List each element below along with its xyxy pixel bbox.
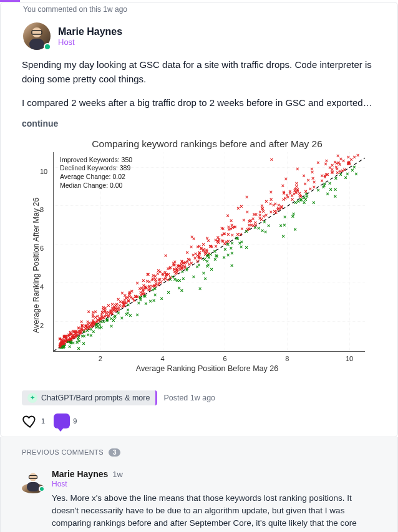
x-tick: 10: [346, 355, 353, 362]
presence-indicator: [39, 486, 45, 492]
you-commented-notice: You commented on this 1w ago: [1, 2, 397, 20]
author-name[interactable]: Marie Haynes: [58, 26, 122, 37]
previous-comments-header[interactable]: PREVIOUS COMMENTS 3: [1, 437, 397, 465]
posted-time: Posted 1w ago: [163, 394, 215, 402]
svg-rect-1: [29, 39, 44, 50]
comment-author-name[interactable]: Marie Haynes: [52, 469, 108, 479]
chart-ylabel: Average Ranking Position After May 26: [32, 197, 41, 332]
x-tick: 8: [285, 355, 289, 362]
post-meta-row: ✦ ChatGPT/Bard prompts & more Posted 1w …: [1, 387, 397, 408]
presence-indicator: [44, 43, 51, 51]
comment-text: Yes. More x's above the line means that …: [52, 492, 376, 532]
comments-section: PREVIOUS COMMENTS 3 Marie Haynes 1w Host…: [0, 437, 398, 532]
comment-role: Host: [52, 480, 376, 488]
author-avatar[interactable]: [23, 22, 51, 50]
x-tick: 6: [223, 355, 226, 362]
like-count: 1: [41, 417, 45, 425]
comment-time: 1w: [112, 470, 123, 479]
chart-title: Comparing keyword rankings before and af…: [43, 138, 371, 150]
tag-icon: ✦: [27, 393, 37, 403]
post-paragraph-1: Spending my day looking at GSC data for …: [22, 57, 376, 87]
y-tick: 10: [40, 168, 47, 175]
x-tick: 2: [99, 355, 102, 362]
previous-comments-count: 3: [109, 448, 121, 457]
comment-count: 9: [73, 417, 77, 425]
continue-button[interactable]: continue: [22, 118, 58, 128]
svg-rect-5: [27, 483, 39, 491]
post-body: Spending my day looking at GSC data for …: [1, 57, 397, 128]
post-header: Marie Haynes Host: [1, 20, 397, 57]
comments-button[interactable]: 9: [54, 414, 77, 428]
y-tick: 6: [40, 244, 44, 252]
tag-label: ChatGPT/Bard prompts & more: [41, 394, 150, 402]
topic-tag[interactable]: ✦ ChatGPT/Bard prompts & more: [22, 390, 157, 405]
like-button[interactable]: 1: [22, 413, 45, 429]
chart: Comparing keyword rankings before and af…: [22, 132, 376, 379]
svg-point-0: [32, 27, 42, 37]
post-actions: 1 9: [1, 408, 397, 432]
post-card: You commented on this 1w ago Marie Hayne…: [0, 2, 398, 437]
heart-icon: [22, 413, 38, 429]
post-paragraph-2: I compared 2 weeks after a big traffic d…: [22, 95, 376, 110]
y-tick: 4: [40, 283, 44, 291]
role-badge: Host: [58, 37, 122, 47]
previous-comments-label: PREVIOUS COMMENTS: [22, 448, 104, 456]
comment-avatar[interactable]: [22, 469, 44, 491]
comment-item: Marie Haynes 1w Host Yes. More x's above…: [1, 465, 397, 532]
comment-icon: [54, 414, 70, 428]
y-tick: 2: [40, 322, 44, 329]
x-tick: 4: [161, 355, 165, 362]
y-tick: 8: [40, 206, 44, 213]
chart-xlabel: Average Ranking Position Before May 26: [43, 364, 371, 373]
chart-plot-area: Improved Keywords: 350 Declined Keywords…: [53, 152, 365, 352]
